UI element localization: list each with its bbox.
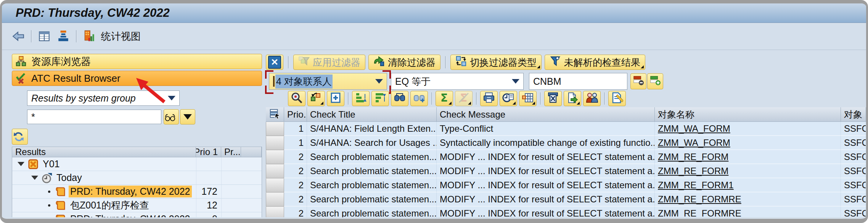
sort-ascending-button[interactable] [352, 91, 370, 106]
cell-prio: 2 [284, 150, 307, 164]
statistics-icon[interactable] [81, 28, 97, 44]
object-name-link[interactable]: ZMM_WA_FORM [658, 123, 730, 134]
row-selector[interactable] [266, 122, 284, 136]
tree-col-prio2[interactable]: Pr... [221, 147, 241, 157]
switch-filter-type-label: 切换过滤器类型 [470, 56, 537, 69]
cell-object-type: SSFO [841, 207, 866, 217]
tree-row[interactable]: 包Z001的程序检查12 [12, 199, 262, 212]
unresolved-results-button[interactable]: 未解析的检查结果 [545, 55, 645, 70]
filter-operator-select[interactable]: EQ 等于 [391, 73, 524, 90]
find-next-button[interactable] [410, 91, 428, 106]
search-glasses-button[interactable] [164, 109, 179, 124]
column-header[interactable]: Check Message [437, 107, 655, 122]
column-header[interactable]: 对象 [841, 107, 866, 122]
sum-button[interactable]: Σ [436, 91, 453, 106]
send-button[interactable] [583, 91, 601, 106]
tree-col-results[interactable]: Results [12, 147, 196, 157]
window-frame: PRD: Thursday, CW42 2022 统计视图 资源库浏览器 ATC… [0, 0, 868, 223]
find-button[interactable] [391, 91, 408, 106]
column-header[interactable]: 对象名称 [655, 107, 841, 122]
system-group-icon [27, 158, 39, 170]
word-processor-button[interactable] [608, 91, 626, 106]
repository-browser-header[interactable]: 资源库浏览器 [12, 54, 262, 69]
tree-node-label[interactable]: Y01 [41, 158, 61, 170]
tree-node-label[interactable]: 包Z001的程序检查 [69, 199, 151, 212]
cell-check-message: MODIFY ... INDEX for result of SELECT st… [437, 192, 655, 207]
object-filter-input[interactable]: * [27, 110, 161, 124]
close-filter-button[interactable]: ✕ [266, 55, 283, 70]
tree-expander-icon[interactable] [18, 162, 24, 166]
annotation-bracket [265, 70, 273, 79]
delete-filter-row-button[interactable] [630, 73, 646, 89]
filter-field-select[interactable]: 4 对象联系人 [269, 73, 387, 90]
cell-object-type: SSFO [841, 150, 866, 164]
object-name-link[interactable]: ZMM_RE_FORM [658, 166, 728, 176]
object-name-link[interactable]: ZMM_WA_FORM [658, 137, 730, 148]
cell-prio: 1 [284, 122, 307, 136]
svg-text:Σ: Σ [440, 92, 448, 104]
hierarchy-icon[interactable] [55, 28, 71, 44]
add-filter-row-button[interactable] [647, 73, 663, 89]
tree-expander-icon[interactable] [31, 176, 38, 180]
subtotal-button[interactable]: Σ [455, 91, 473, 106]
chevron-down-icon [375, 79, 383, 84]
details-button[interactable] [288, 91, 305, 106]
column-header[interactable]: Check Title [307, 107, 437, 122]
print-button[interactable] [480, 91, 498, 106]
table-row: 2Search problematic statemen...MODIFY ..… [266, 164, 866, 178]
clear-filter-button[interactable]: 清除过滤器 [368, 55, 440, 70]
object-name-link[interactable]: ZMM_RE_FORMRE [658, 208, 741, 218]
tree-row[interactable]: Y01 [12, 157, 262, 171]
column-header[interactable]: Prio... [284, 107, 307, 122]
local-file-button[interactable] [564, 91, 581, 106]
goto-button[interactable] [307, 91, 325, 106]
tree-row[interactable]: PRD: Thursday, CW42 20220 [12, 212, 262, 217]
views-button[interactable] [500, 91, 517, 106]
sap-window: PRD: Thursday, CW42 2022 统计视图 资源库浏览器 ATC… [0, 0, 868, 223]
selector-header-icon [269, 108, 280, 121]
atc-run-icon [55, 200, 66, 211]
choose-layout-icon [522, 92, 534, 105]
object-name-link[interactable]: ZMM_RE_FORM1 [658, 180, 734, 191]
tree-node-label[interactable]: PRD: Thursday, CW42 2022 [69, 186, 192, 197]
new-view-button[interactable] [327, 91, 344, 106]
apply-filter-button[interactable]: 应用过滤器 [293, 55, 365, 70]
row-selector[interactable] [266, 136, 284, 150]
switch-filter-type-button[interactable]: 切换过滤器类型 [450, 55, 542, 70]
atc-result-browser-header[interactable]: ATC Result Browser [12, 71, 262, 86]
results-view-select[interactable]: Results by system group [27, 90, 180, 106]
toolbar-separator [76, 30, 77, 42]
tree-node-label[interactable]: Today [55, 172, 84, 184]
row-selector[interactable] [266, 192, 284, 207]
tree-col-prio1[interactable]: Prio 1 [196, 147, 221, 157]
window-title: PRD: Thursday, CW42 2022 [16, 6, 170, 20]
row-selector[interactable] [266, 178, 284, 192]
tree-node-label[interactable]: PRD: Thursday, CW42 2022 [69, 213, 192, 217]
back-icon[interactable] [10, 28, 26, 44]
sum-icon: Σ [438, 92, 450, 105]
cell-prio: 2 [284, 207, 307, 217]
table-view-icon[interactable] [36, 28, 52, 44]
row-selector[interactable] [266, 164, 284, 178]
row-selector[interactable] [266, 150, 284, 164]
row-selector[interactable] [266, 207, 284, 217]
cell-check-message: Type-Conflict [437, 122, 655, 136]
export-spool-button[interactable] [544, 91, 562, 106]
sort-descending-button[interactable] [371, 91, 389, 106]
cell-object-name: ZMM_RE_FORM [655, 150, 841, 164]
filter-field-value: 4 对象联系人 [275, 74, 333, 89]
goto-icon [310, 92, 322, 105]
result-table: Prio...Check TitleCheck Message对象名称对象 1S… [266, 107, 866, 217]
tree-row[interactable]: Today [12, 171, 262, 185]
statistics-view-button[interactable]: 统计视图 [101, 30, 141, 43]
funnel-clear-icon [373, 55, 385, 69]
choose-layout-button[interactable] [519, 91, 537, 106]
object-name-link[interactable]: ZMM_RE_FORM [658, 152, 728, 162]
tree-row[interactable]: PRD: Thursday, CW42 2022172 [12, 185, 262, 199]
table-row: 1S/4HANA: Field Length Exten...Type-Conf… [266, 122, 866, 136]
refresh-button[interactable] [12, 129, 28, 145]
object-name-link[interactable]: ZMM_RE_FORMRE [658, 194, 741, 205]
search-options-button[interactable] [180, 109, 195, 124]
select-all-header[interactable] [266, 107, 284, 122]
filter-value-input[interactable]: CNBM [529, 73, 627, 90]
